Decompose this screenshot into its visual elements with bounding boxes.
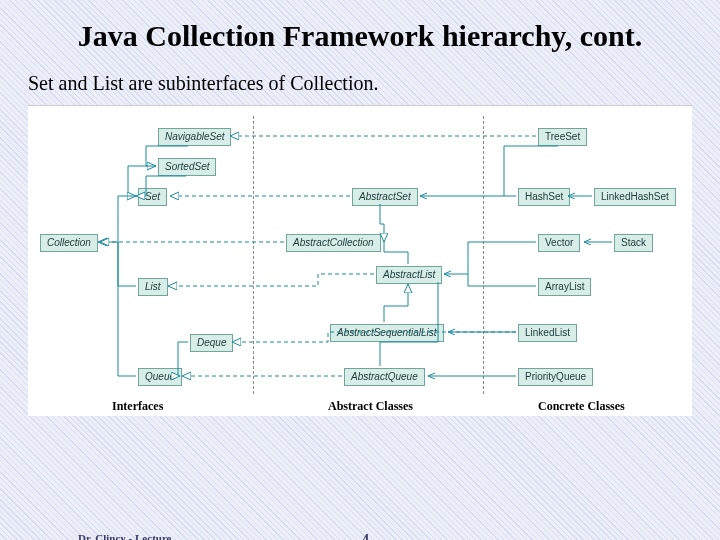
node-abstractcollection: AbstractCollection [286,234,381,252]
node-abstractqueue: AbstractQueue [344,368,425,386]
page-number: 4 [362,532,369,540]
node-abstractseqlist: AbstractSequentialList [330,324,444,342]
slide: Java Collection Framework hierarchy, con… [0,0,720,540]
node-linkedlist: LinkedList [518,324,577,342]
node-queue: Queue [138,368,182,386]
node-list: List [138,278,168,296]
section-label-abstract: Abstract Classes [328,399,413,414]
hierarchy-diagram: NavigableSet SortedSet Set Collection Li… [28,105,692,416]
node-stack: Stack [614,234,653,252]
node-vector: Vector [538,234,580,252]
footer-credit: Dr. Clincy - Lecture [78,532,171,540]
node-sortedset: SortedSet [158,158,216,176]
node-navigableset: NavigableSet [158,128,231,146]
node-linkedhashset: LinkedHashSet [594,188,676,206]
node-abstractset: AbstractSet [352,188,418,206]
section-label-interfaces: Interfaces [112,399,163,414]
node-treeset: TreeSet [538,128,587,146]
slide-title: Java Collection Framework hierarchy, con… [28,18,692,54]
separator-interfaces-abstract [253,116,254,394]
node-hashset: HashSet [518,188,570,206]
node-arraylist: ArrayList [538,278,591,296]
node-collection: Collection [40,234,98,252]
node-deque: Deque [190,334,233,352]
slide-subtitle: Set and List are subinterfaces of Collec… [28,72,692,95]
node-priorityqueue: PriorityQueue [518,368,593,386]
node-abstractlist: AbstractList [376,266,442,284]
node-set: Set [138,188,167,206]
separator-abstract-concrete [483,116,484,394]
section-label-concrete: Concrete Classes [538,399,625,414]
